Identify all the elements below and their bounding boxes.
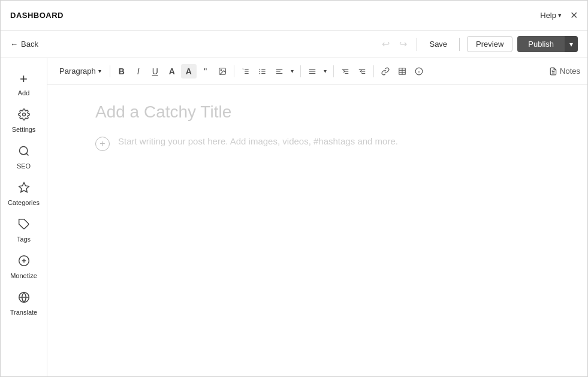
post-body-row: + Start writing your post here. Add imag… <box>95 136 539 151</box>
settings-icon <box>18 108 30 123</box>
notes-icon <box>549 67 557 76</box>
svg-point-21 <box>259 73 260 74</box>
align-button[interactable] <box>272 65 287 78</box>
format-toolbar: Paragraph ▾ B I U A A " <box>47 58 587 85</box>
monetize-icon <box>18 255 30 270</box>
svg-point-11 <box>221 70 222 71</box>
sidebar-item-settings[interactable]: Settings <box>5 104 43 138</box>
sidebar-item-tags-label: Tags <box>17 236 31 243</box>
publish-group: Publish ▾ <box>517 36 578 52</box>
indent-decrease-button[interactable] <box>354 65 370 78</box>
sidebar-item-translate[interactable]: Translate <box>5 286 43 321</box>
sidebar-item-categories-label: Categories <box>8 199 40 206</box>
back-label: Back <box>21 40 38 49</box>
toolbar-actions: ↩ ↪ Save Preview Publish ▾ <box>379 36 578 52</box>
sidebar-item-add[interactable]: + Add <box>5 67 43 101</box>
notes-area[interactable]: Notes <box>549 67 580 76</box>
sidebar-item-tags[interactable]: Tags <box>5 213 43 248</box>
dashboard-title: DASHBOARD <box>10 11 64 20</box>
italic-button[interactable]: I <box>131 64 146 79</box>
undo-button[interactable]: ↩ <box>379 36 392 52</box>
help-button[interactable]: Help ▾ <box>540 11 562 20</box>
preview-button[interactable]: Preview <box>467 36 512 52</box>
top-bar-right: Help ▾ ✕ <box>540 10 578 21</box>
main-body: + Add Settings <box>1 58 587 376</box>
chevron-down-icon: ▾ <box>558 11 562 19</box>
format-separator-1 <box>234 65 234 77</box>
publish-button[interactable]: Publish <box>517 36 565 52</box>
ordered-list-button[interactable]: 1. <box>238 65 254 78</box>
seo-icon <box>18 145 30 160</box>
publish-chevron-button[interactable]: ▾ <box>565 36 578 52</box>
tags-icon <box>18 218 30 233</box>
sidebar-item-seo[interactable]: SEO <box>5 140 43 174</box>
sidebar-item-seo-label: SEO <box>17 162 31 170</box>
editor-area: Paragraph ▾ B I U A A " <box>47 58 587 376</box>
link-button[interactable] <box>378 65 393 78</box>
bold-button[interactable]: B <box>114 64 129 79</box>
post-title-placeholder: Add a Catchy Title <box>95 102 539 122</box>
paragraph-chevron-icon: ▾ <box>98 68 101 74</box>
add-icon: + <box>20 71 28 87</box>
line-height-button[interactable] <box>304 65 320 78</box>
svg-point-1 <box>19 147 27 155</box>
blockquote-button[interactable]: " <box>198 64 213 79</box>
unordered-list-button[interactable] <box>255 65 270 78</box>
svg-point-19 <box>259 68 260 70</box>
svg-point-20 <box>259 71 260 72</box>
svg-text:1.: 1. <box>242 67 244 70</box>
save-button[interactable]: Save <box>424 37 452 51</box>
add-content-button[interactable]: + <box>95 137 110 151</box>
translate-icon <box>18 291 30 306</box>
sidebar-item-monetize[interactable]: Monetize <box>5 250 43 284</box>
notes-label: Notes <box>560 67 580 76</box>
svg-point-0 <box>22 113 25 116</box>
sidebar-item-monetize-label: Monetize <box>10 272 37 279</box>
format-separator-4 <box>373 65 374 77</box>
font-color-button[interactable]: A <box>164 64 180 79</box>
sidebar-item-add-label: Add <box>18 89 30 96</box>
toolbar-row: ← Back ↩ ↪ Save Preview Publish ▾ <box>1 31 587 58</box>
toolbar-separator-2 <box>459 38 460 51</box>
table-button[interactable] <box>394 65 410 78</box>
sidebar-item-settings-label: Settings <box>12 126 36 133</box>
back-button[interactable]: ← Back <box>10 40 38 49</box>
format-separator-0 <box>110 65 110 77</box>
paragraph-select[interactable]: Paragraph ▾ <box>55 64 106 78</box>
indent-increase-button[interactable] <box>337 65 353 78</box>
content-area[interactable]: Add a Catchy Title + Start writing your … <box>47 85 587 376</box>
svg-marker-3 <box>19 183 29 192</box>
format-separator-3 <box>333 65 334 77</box>
align-chevron-button[interactable]: ▾ <box>288 65 297 77</box>
redo-button[interactable]: ↪ <box>397 36 409 52</box>
sidebar-item-translate-label: Translate <box>10 309 37 316</box>
image-button[interactable] <box>215 65 230 78</box>
back-arrow-icon: ← <box>10 40 18 49</box>
sidebar-item-categories[interactable]: Categories <box>5 177 43 211</box>
format-separator-2 <box>300 65 301 77</box>
paragraph-label: Paragraph <box>59 67 96 76</box>
info-button[interactable] <box>411 65 427 78</box>
underline-button[interactable]: U <box>147 64 163 79</box>
post-body-placeholder: Start writing your post here. Add images… <box>118 136 398 146</box>
highlight-button[interactable]: A <box>181 64 197 79</box>
close-button[interactable]: ✕ <box>570 10 578 21</box>
toolbar-separator-1 <box>417 38 417 51</box>
sidebar: + Add Settings <box>1 58 47 376</box>
svg-line-2 <box>26 153 28 156</box>
line-height-chevron-button[interactable]: ▾ <box>321 65 330 77</box>
categories-icon <box>18 182 30 197</box>
help-label: Help <box>540 11 556 20</box>
top-bar: DASHBOARD Help ▾ ✕ <box>1 1 587 31</box>
